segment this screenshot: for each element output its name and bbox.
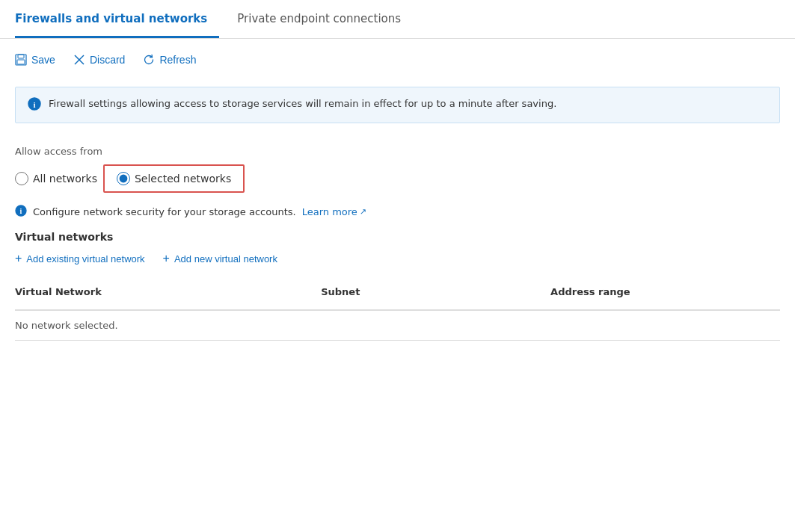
add-new-virtual-network-button[interactable]: + Add new virtual network <box>163 252 277 265</box>
col-address-range: Address range <box>550 280 780 303</box>
selected-networks-box: Selected networks <box>103 164 245 193</box>
configure-text: Configure network security for your stor… <box>33 206 296 217</box>
info-icon: i <box>28 97 41 114</box>
refresh-button[interactable]: Refresh <box>143 51 196 69</box>
col-virtual-network: Virtual Network <box>15 280 321 303</box>
info-banner-text: Firewall settings allowing access to sto… <box>49 96 556 111</box>
allow-access-label: Allow access from <box>15 146 780 157</box>
save-icon <box>15 54 27 66</box>
save-label: Save <box>31 54 55 66</box>
radio-selected-networks-label: Selected networks <box>135 173 231 185</box>
radio-all-networks-label: All networks <box>33 173 97 185</box>
discard-icon <box>73 54 85 66</box>
info-icon-small: i <box>15 205 27 219</box>
radio-selected-networks[interactable]: Selected networks <box>117 172 231 185</box>
radio-all-networks-input[interactable] <box>15 172 28 185</box>
col-subnet: Subnet <box>321 280 550 303</box>
radio-selected-networks-input[interactable] <box>117 172 130 185</box>
learn-more-label: Learn more <box>302 206 357 217</box>
add-new-label: Add new virtual network <box>174 253 277 265</box>
discard-button[interactable]: Discard <box>73 51 125 69</box>
add-buttons-group: + Add existing virtual network + Add new… <box>15 252 780 265</box>
radio-all-networks[interactable]: All networks <box>15 172 97 185</box>
virtual-networks-section-title: Virtual networks <box>15 231 780 243</box>
refresh-icon <box>143 54 155 66</box>
svg-text:i: i <box>20 207 22 215</box>
save-button[interactable]: Save <box>15 51 55 69</box>
tab-firewalls[interactable]: Firewalls and virtual networks <box>15 0 219 38</box>
table-header: Virtual Network Subnet Address range <box>15 280 780 310</box>
toolbar: Save Discard Refresh <box>0 39 795 81</box>
table-divider-bottom <box>15 340 780 341</box>
tab-private-endpoints[interactable]: Private endpoint connections <box>237 0 413 38</box>
tabs-container: Firewalls and virtual networks Private e… <box>0 0 795 39</box>
add-existing-label: Add existing virtual network <box>26 253 144 265</box>
add-existing-virtual-network-button[interactable]: + Add existing virtual network <box>15 252 145 265</box>
configure-info: i Configure network security for your st… <box>15 205 780 219</box>
main-content: Allow access from All networks Selected … <box>0 138 795 348</box>
svg-rect-2 <box>17 60 25 64</box>
plus-icon-new: + <box>163 252 170 265</box>
plus-icon-existing: + <box>15 252 22 265</box>
external-link-icon: ↗ <box>360 207 366 217</box>
radio-group: All networks Selected networks <box>15 164 780 193</box>
discard-label: Discard <box>90 54 125 66</box>
svg-rect-1 <box>18 55 24 58</box>
no-network-message: No network selected. <box>15 311 780 340</box>
learn-more-link[interactable]: Learn more ↗ <box>302 206 366 217</box>
refresh-label: Refresh <box>159 54 196 66</box>
info-banner: i Firewall settings allowing access to s… <box>15 87 780 123</box>
svg-text:i: i <box>33 100 35 109</box>
